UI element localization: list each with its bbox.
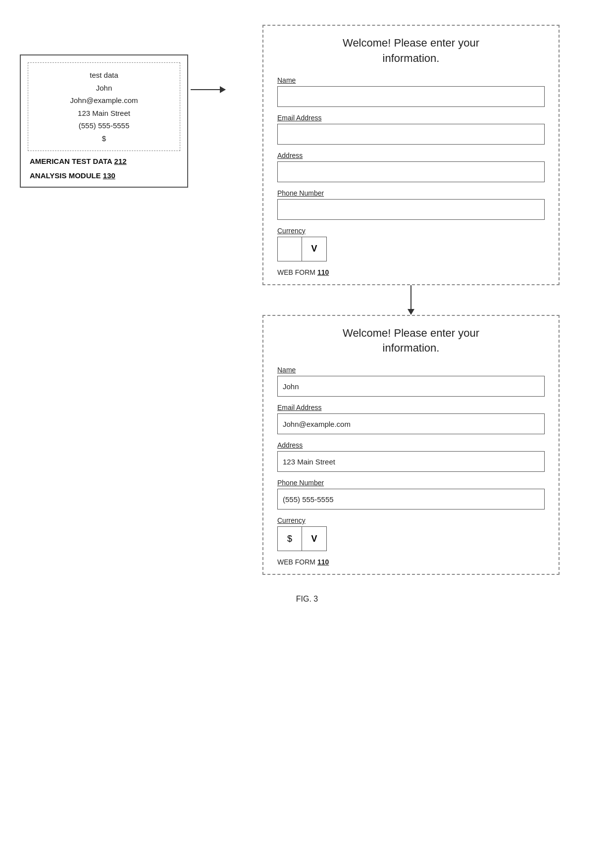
diagram-container: test data John John@example.com 123 Main…: [20, 15, 594, 575]
top-web-form-label: WEB FORM 110: [277, 268, 545, 276]
top-phone-input[interactable]: [277, 199, 545, 220]
data-row-3: 123 Main Street: [36, 107, 172, 120]
american-test-data-label: AMERICAN TEST DATA 212: [28, 157, 180, 165]
top-currency-dropdown[interactable]: V: [302, 237, 327, 261]
top-name-label: Name: [277, 76, 545, 84]
horizontal-arrow: [188, 89, 228, 90]
vertical-arrow-head: [408, 309, 414, 315]
data-row-2: John@example.com: [36, 94, 172, 107]
bottom-form-title: Welcome! Please enter your information.: [277, 326, 545, 357]
top-currency-field: Currency V: [277, 227, 545, 261]
data-row-5: $: [36, 132, 172, 145]
bottom-currency-row: $ V: [277, 526, 545, 551]
bottom-name-label: Name: [277, 366, 545, 374]
left-panel: test data John John@example.com 123 Main…: [20, 54, 188, 188]
top-phone-label: Phone Number: [277, 189, 545, 197]
bottom-currency-dropdown[interactable]: V: [302, 526, 327, 551]
bottom-currency-field: Currency $ V: [277, 516, 545, 551]
bottom-phone-label: Phone Number: [277, 479, 545, 487]
bottom-email-input[interactable]: [277, 413, 545, 434]
data-row-0: test data: [36, 69, 172, 82]
bottom-name-field: Name: [277, 366, 545, 397]
top-address-field: Address: [277, 152, 545, 182]
top-address-input[interactable]: [277, 161, 545, 182]
top-email-label: Email Address: [277, 114, 545, 122]
bottom-web-form: Welcome! Please enter your information. …: [262, 315, 560, 575]
bottom-address-field: Address: [277, 441, 545, 472]
top-currency-row: V: [277, 237, 545, 261]
bottom-web-form-label: WEB FORM 110: [277, 558, 545, 566]
bottom-email-label: Email Address: [277, 404, 545, 411]
bottom-email-field: Email Address: [277, 404, 545, 434]
top-email-input[interactable]: [277, 124, 545, 145]
bottom-phone-field: Phone Number: [277, 479, 545, 510]
bottom-address-input[interactable]: [277, 451, 545, 472]
bottom-phone-input[interactable]: [277, 489, 545, 510]
test-data-box: test data John John@example.com 123 Main…: [28, 62, 180, 151]
top-email-field: Email Address: [277, 114, 545, 145]
top-name-input[interactable]: [277, 86, 545, 107]
top-name-field: Name: [277, 76, 545, 107]
top-form-title: Welcome! Please enter your information.: [277, 36, 545, 66]
right-panel: Welcome! Please enter your information. …: [228, 25, 594, 575]
bottom-currency-symbol-box: $: [277, 526, 302, 551]
bottom-name-input[interactable]: [277, 376, 545, 397]
bottom-currency-label: Currency: [277, 516, 545, 524]
vertical-arrow: [262, 285, 560, 315]
data-row-1: John: [36, 82, 172, 95]
analysis-module-label: ANALYSIS MODULE 130: [28, 171, 180, 180]
top-address-label: Address: [277, 152, 545, 159]
analysis-module-box: test data John John@example.com 123 Main…: [20, 54, 188, 188]
data-row-4: (555) 555-5555: [36, 119, 172, 132]
top-currency-label: Currency: [277, 227, 545, 235]
top-phone-field: Phone Number: [277, 189, 545, 220]
bottom-address-label: Address: [277, 441, 545, 449]
top-web-form: Welcome! Please enter your information. …: [262, 25, 560, 285]
arrow-line: [191, 89, 225, 90]
vertical-line: [410, 285, 411, 309]
figure-label: FIG. 3: [20, 595, 594, 604]
top-currency-symbol-box: [277, 237, 302, 261]
